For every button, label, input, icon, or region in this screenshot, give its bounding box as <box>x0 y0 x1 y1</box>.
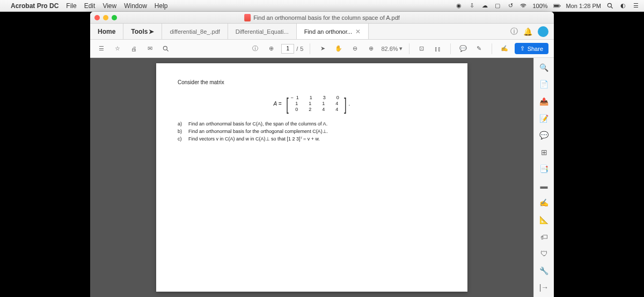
help-icon[interactable]: ⓘ <box>510 27 518 36</box>
search-tool-icon[interactable]: 🔍 <box>538 62 550 73</box>
protect-icon[interactable]: 🛡 <box>538 248 550 259</box>
edit-pdf-icon[interactable]: 📝 <box>538 113 550 124</box>
page-viewport[interactable]: Consider the matrix A = [ −1 1 3 0 1 1 1… <box>90 58 533 297</box>
display-icon[interactable]: ▢ <box>494 2 501 10</box>
battery-label: 100% <box>532 3 547 9</box>
comment-icon[interactable]: 💬 <box>457 43 469 55</box>
doc-tab-label: Find an orthonor... <box>304 28 352 35</box>
doc-heading: Consider the matrix <box>178 79 446 85</box>
battery-icon[interactable] <box>553 2 561 10</box>
clock[interactable]: Mon 1:28 PM <box>566 3 601 9</box>
matrix-display: A = [ −1 1 3 0 1 1 1 4 0 2 4 4 ] . <box>178 95 446 113</box>
record-icon[interactable]: ◉ <box>455 2 463 10</box>
highlight-icon[interactable]: ✎ <box>473 43 485 55</box>
window-title: Find an orthonormal basis for the column… <box>244 14 400 21</box>
matrix-row-0: −1 1 3 0 <box>290 95 341 101</box>
bell-icon[interactable]: 🔔 <box>523 27 532 36</box>
svg-point-3 <box>608 3 611 7</box>
question-c: c)Find vectors v in C(A) and w in C(A)⊥ … <box>178 135 446 143</box>
page-total: 5 <box>300 46 303 52</box>
hand-tool-icon[interactable]: ✋ <box>333 43 345 55</box>
doc-tab-1[interactable]: Differential_Equati... <box>228 24 297 39</box>
zoom-in-icon[interactable]: ⊕ <box>365 43 377 55</box>
svg-line-4 <box>611 6 613 8</box>
content-area: Consider the matrix A = [ −1 1 3 0 1 1 1… <box>90 58 554 297</box>
menu-edit[interactable]: Edit <box>84 2 96 10</box>
page-sep: / <box>296 46 298 52</box>
read-mode-icon[interactable]: ⫿⫿ <box>432 43 444 55</box>
doc-tab-0[interactable]: differential_8e_.pdf <box>162 24 228 39</box>
title-text: Find an orthonormal basis for the column… <box>253 14 400 21</box>
close-tab-icon[interactable]: ✕ <box>355 28 361 35</box>
pdf-icon <box>244 14 251 21</box>
page-indicator: / 5 <box>281 44 303 54</box>
pdf-page: Consider the matrix A = [ −1 1 3 0 1 1 1… <box>156 63 467 292</box>
search-icon[interactable] <box>160 43 172 55</box>
page-input[interactable] <box>281 44 294 54</box>
dropbox-icon[interactable]: ⇩ <box>468 2 475 10</box>
svg-line-6 <box>167 49 169 51</box>
combine-icon[interactable]: 📑 <box>538 164 550 174</box>
question-b: b)Find an orthonormal basis for the orth… <box>178 128 446 135</box>
siri-icon[interactable]: ◐ <box>619 2 627 10</box>
menu-file[interactable]: File <box>66 2 76 10</box>
tools-sidepanel: 🔍 📄 📤 📝 💬 ⊞ 📑 ▬ ✍ 📐 🏷 🛡 🔧 |→ <box>533 58 554 297</box>
select-tool-icon[interactable]: ➤ <box>317 43 328 55</box>
acrobat-window: Find an orthonormal basis for the column… <box>90 12 554 297</box>
menu-view[interactable]: View <box>103 2 116 10</box>
questions-list: a)Find an orthonormal basis for C(A), th… <box>178 120 446 143</box>
maximize-button[interactable] <box>112 15 117 20</box>
zoom-level[interactable]: 82.6% ▾ <box>381 45 402 52</box>
traffic-lights <box>94 15 117 20</box>
tab-home[interactable]: Home <box>90 24 123 39</box>
close-button[interactable] <box>94 15 100 20</box>
timemachine-icon[interactable]: ↺ <box>507 2 514 10</box>
app-name[interactable]: Acrobat Pro DC <box>11 2 58 10</box>
share-icon: ⇪ <box>520 45 525 52</box>
star-icon[interactable]: ☆ <box>112 43 123 55</box>
collapse-panel-icon[interactable]: |→ <box>538 283 550 293</box>
share-button[interactable]: ⇪ Share <box>515 43 548 54</box>
titlebar: Find an orthonormal basis for the column… <box>90 12 554 24</box>
export-pdf-icon[interactable]: 📤 <box>538 96 550 107</box>
notification-icon[interactable]: ☰ <box>632 2 640 10</box>
fit-icon[interactable]: ⊡ <box>416 43 428 55</box>
page-up-icon[interactable]: ⓘ <box>249 43 261 55</box>
tab-tools[interactable]: Tools ➤ <box>123 24 162 39</box>
spotlight-icon[interactable] <box>606 2 614 10</box>
avatar[interactable] <box>538 26 548 37</box>
matrix-row-2: 0 2 4 4 <box>290 107 341 113</box>
print-icon[interactable]: 🖨 <box>128 43 140 55</box>
sidebar-toggle-icon[interactable]: ☰ <box>96 43 107 55</box>
matrix-row-1: 1 1 1 4 <box>290 101 341 107</box>
measure-icon[interactable]: 📐 <box>538 214 550 225</box>
menu-window[interactable]: Window <box>124 2 147 10</box>
tab-bar: Home Tools ➤ differential_8e_.pdf Differ… <box>90 24 554 40</box>
svg-rect-1 <box>554 5 559 7</box>
chevron-down-icon: ▾ <box>399 45 402 52</box>
menu-help[interactable]: Help <box>155 2 168 10</box>
svg-point-5 <box>163 46 167 50</box>
fill-sign-icon[interactable]: ✍ <box>538 198 550 209</box>
svg-rect-2 <box>560 5 560 6</box>
page-down-icon[interactable]: ⊕ <box>265 43 277 55</box>
share-label: Share <box>528 46 543 52</box>
redact-icon[interactable]: ▬ <box>538 181 550 191</box>
minimize-button[interactable] <box>103 15 108 20</box>
cursor-icon: ➤ <box>149 28 154 35</box>
doc-tab-2[interactable]: Find an orthonor... ✕ <box>297 24 369 39</box>
more-tools-icon[interactable]: 🔧 <box>538 265 550 276</box>
wifi-icon[interactable] <box>519 2 527 10</box>
email-icon[interactable]: ✉ <box>144 43 156 55</box>
macos-menubar: Acrobat Pro DC File Edit View Window Hel… <box>0 0 644 12</box>
zoom-out-icon[interactable]: ⊖ <box>349 43 361 55</box>
cloud-icon[interactable]: ☁ <box>481 2 488 10</box>
organize-icon[interactable]: ⊞ <box>538 147 550 158</box>
create-pdf-icon[interactable]: 📄 <box>538 79 550 90</box>
toolbar: ☰ ☆ 🖨 ✉ ⓘ ⊕ / 5 ➤ ✋ ⊖ ⊕ 82.6% ▾ ⊡ ⫿⫿ 💬 ✎… <box>90 40 554 58</box>
sign-icon[interactable]: ✍ <box>499 43 510 55</box>
stamp-icon[interactable]: 🏷 <box>538 232 550 242</box>
comment-tool-icon[interactable]: 💬 <box>538 130 550 140</box>
matrix-label: A = <box>274 101 282 107</box>
question-a: a)Find an orthonormal basis for C(A), th… <box>178 120 446 128</box>
